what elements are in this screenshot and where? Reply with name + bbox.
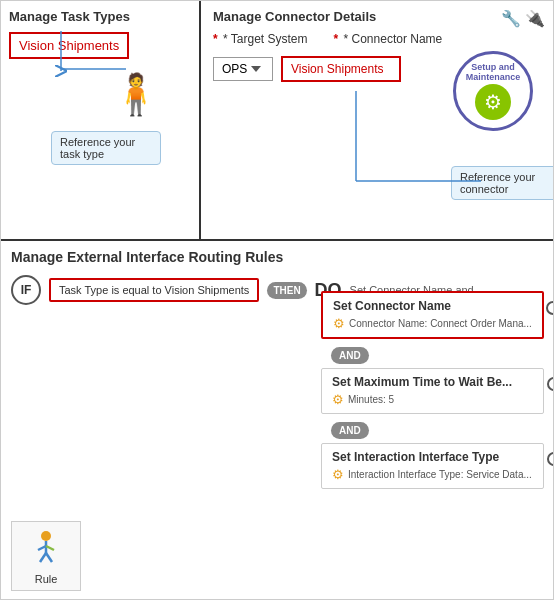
if-condition-box[interactable]: Task Type is equal to Vision Shipments (49, 278, 259, 302)
set-max-time-detail: Minutes: 5 (348, 394, 394, 405)
and-badge-1-container: AND (321, 343, 544, 368)
set-connector-detail-row: ⚙ Connector Name: Connect Order Mana... (333, 316, 532, 331)
set-max-time-detail-row: ⚙ Minutes: 5 (332, 392, 533, 407)
set-max-time-box[interactable]: Set Maximum Time to Wait Be... ⚙ Minutes… (321, 368, 544, 414)
svg-line-9 (46, 553, 52, 562)
max-time-action-icon: ⚙ (332, 392, 344, 407)
connector-fields-row: * * Target System * * Connector Name (213, 32, 541, 46)
connector-name-input[interactable]: Vision Shipments (281, 56, 401, 82)
circle-dot-3 (547, 452, 554, 466)
ops-dropdown[interactable]: OPS (213, 57, 273, 81)
set-connector-title: Set Connector Name (333, 299, 532, 313)
callout-connector: Reference your connector (451, 166, 554, 200)
person-icon: 🧍 (111, 71, 161, 118)
if-badge: IF (11, 275, 41, 305)
set-max-time-title: Set Maximum Time to Wait Be... (332, 375, 533, 389)
circle-dot-2 (547, 377, 554, 391)
set-interaction-title: Set Interaction Interface Type (332, 450, 533, 464)
ops-value: OPS (222, 62, 247, 76)
setup-text: Setup andMaintenance (466, 62, 521, 82)
then-badge: THEN (267, 282, 306, 299)
set-interaction-box[interactable]: Set Interaction Interface Type ⚙ Interac… (321, 443, 544, 489)
vision-shipments-task-box[interactable]: Vision Shipments (9, 32, 129, 59)
tool-icon-2: 🔌 (525, 9, 545, 28)
interaction-action-icon: ⚙ (332, 467, 344, 482)
target-system-label: * * Target System (213, 32, 308, 46)
manage-task-types-title: Manage Task Types (9, 9, 191, 24)
connector-action-icon: ⚙ (333, 316, 345, 331)
set-connector-detail: Connector Name: Connect Order Mana... (349, 318, 532, 329)
action-max-time: Set Maximum Time to Wait Be... ⚙ Minutes… (321, 368, 544, 418)
gear-icon[interactable]: ⚙ (475, 84, 511, 120)
right-actions: Set Connector Name ⚙ Connector Name: Con… (321, 291, 544, 493)
set-interaction-detail-row: ⚙ Interaction Interface Type: Service Da… (332, 467, 533, 482)
connector-name-label: * * Connector Name (334, 32, 443, 46)
set-interaction-detail: Interaction Interface Type: Service Data… (348, 469, 532, 480)
circle-dot-1 (546, 301, 554, 315)
rule-icon (28, 528, 64, 571)
rule-label: Rule (35, 573, 58, 585)
tool-icon-1: 🔧 (501, 9, 521, 28)
and-badge-2: AND (331, 422, 369, 439)
action-interaction-interface: Set Interaction Interface Type ⚙ Interac… (321, 443, 544, 493)
svg-line-8 (40, 553, 46, 562)
callout-task-type: Reference your task type (51, 131, 161, 165)
and-badge-1: AND (331, 347, 369, 364)
action-set-connector: Set Connector Name ⚙ Connector Name: Con… (321, 291, 544, 343)
connector-details-title: Manage Connector Details (213, 9, 541, 24)
svg-point-4 (41, 531, 51, 541)
setup-maintenance-circle[interactable]: Setup andMaintenance ⚙ (453, 51, 533, 131)
set-connector-name-box[interactable]: Set Connector Name ⚙ Connector Name: Con… (321, 291, 544, 339)
rule-box[interactable]: Rule (11, 521, 81, 591)
dropdown-arrow-icon[interactable] (251, 66, 261, 72)
routing-rules-title: Manage External Interface Routing Rules (11, 249, 543, 265)
connector-tools: 🔧 🔌 (501, 9, 545, 28)
and-badge-2-container: AND (321, 418, 544, 443)
rule-svg-icon (28, 528, 64, 564)
